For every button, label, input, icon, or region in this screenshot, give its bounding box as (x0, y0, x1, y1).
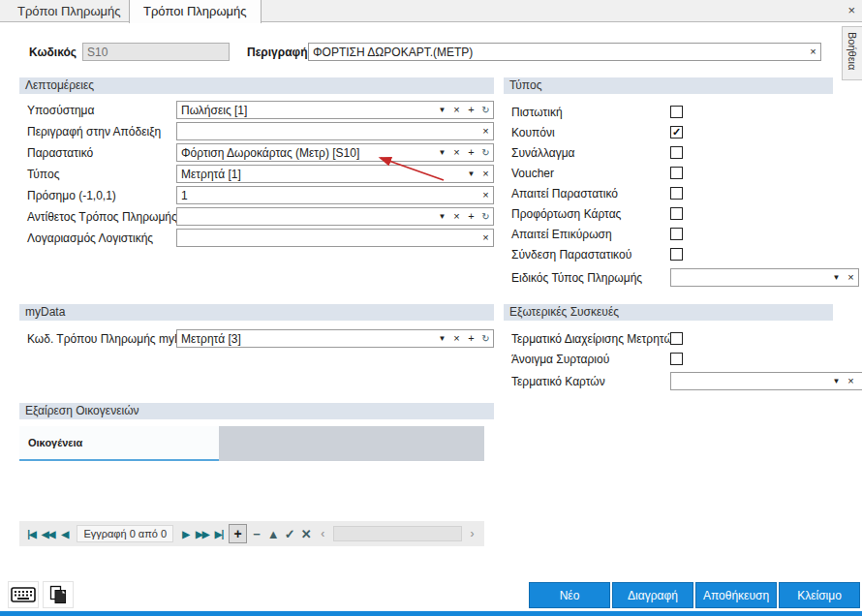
chevron-down-icon[interactable]: ▼ (829, 373, 844, 389)
record-counter: Εγγραφή 0 από 0 (77, 525, 173, 542)
new-button[interactable]: Νέο (529, 582, 610, 608)
clear-icon[interactable]: × (844, 269, 858, 286)
add-icon[interactable]: + (464, 144, 478, 161)
clear-icon[interactable]: × (449, 144, 464, 161)
chevron-down-icon[interactable]: ▼ (435, 102, 449, 118)
coupon-checkbox[interactable]: ✓ (670, 126, 683, 139)
cash-terminal-label: Τερματικό Διαχείρισης Μετρητών (504, 332, 670, 346)
clear-icon[interactable]: × (844, 373, 858, 389)
nav-post-button[interactable]: ✓ (284, 527, 296, 541)
field-row: Ειδικός Τύπος Πληρωμής ▼ × (504, 268, 833, 287)
add-icon[interactable]: + (464, 330, 478, 347)
tab-payment-methods-list[interactable]: Τρόποι Πληρωμής (4, 0, 136, 22)
mydata-payment-code-input[interactable] (177, 331, 435, 347)
voucher-checkbox[interactable] (670, 167, 683, 179)
requires-validation-checkbox[interactable] (670, 228, 683, 240)
details-section-header: Λεπτομέρειες (19, 77, 494, 94)
document-input[interactable] (177, 145, 435, 161)
special-payment-type-field[interactable]: ▼ × (670, 268, 859, 287)
voucher-label: Voucher (504, 167, 670, 180)
clear-icon[interactable]: × (478, 230, 493, 246)
clear-icon[interactable]: × (449, 330, 464, 347)
document-link-checkbox[interactable] (670, 248, 683, 261)
family-column-header[interactable]: Οικογένεια (19, 426, 219, 461)
nav-last-button[interactable]: ▶| (212, 529, 225, 539)
save-button[interactable]: Αποθήκευση (695, 582, 777, 608)
credit-checkbox[interactable] (670, 106, 683, 118)
receipt-description-field[interactable]: × (176, 122, 494, 140)
nav-next-page-button[interactable]: ▶▶ (196, 529, 208, 539)
refresh-icon[interactable]: ↻ (478, 102, 493, 118)
close-button[interactable]: Κλείσιμο (779, 582, 860, 608)
chevron-down-icon[interactable]: ▼ (435, 208, 449, 225)
receipt-description-input[interactable] (177, 124, 478, 139)
nav-cancel-button[interactable]: ✕ (300, 527, 313, 541)
document-field[interactable]: ▼ × + ↻ (176, 143, 494, 162)
card-terminal-input[interactable] (671, 374, 829, 389)
card-preload-checkbox[interactable] (670, 207, 683, 220)
clear-icon[interactable]: × (478, 123, 493, 139)
scroll-right-icon[interactable]: › (466, 527, 478, 540)
close-icon[interactable]: × (847, 3, 855, 17)
checkbox-row: Πιστωτική (504, 102, 833, 122)
checkbox-row: Απαιτεί Επικύρωση (504, 224, 833, 244)
clear-icon[interactable]: × (478, 166, 493, 182)
refresh-icon[interactable]: ↻ (478, 330, 493, 347)
requires-document-checkbox[interactable] (670, 187, 683, 200)
accounting-account-field[interactable]: × (176, 229, 494, 247)
copy-button[interactable] (43, 581, 74, 608)
type-field[interactable]: ▼ × (176, 165, 494, 183)
subsystem-field[interactable]: ▼ × + ↻ (176, 101, 494, 119)
checkbox-row: Άνοιγμα Συρταριού (504, 349, 833, 369)
add-icon[interactable]: + (464, 102, 478, 118)
clear-icon[interactable]: × (478, 187, 493, 203)
add-icon[interactable]: + (464, 208, 478, 225)
accounting-account-input[interactable] (177, 231, 478, 246)
description-label: Περιγραφή (247, 46, 308, 59)
scroll-left-icon[interactable]: ‹ (317, 527, 329, 540)
tab-payment-methods-detail[interactable]: Τρόποι Πληρωμής (129, 0, 262, 23)
chevron-down-icon[interactable]: ▼ (435, 144, 449, 161)
checkbox-row: Κουπόνι ✓ (504, 122, 833, 142)
mydata-section: myData Κωδ. Τρόπου Πληρωμής myData ▼ × +… (19, 304, 494, 351)
clear-icon[interactable]: × (449, 102, 464, 118)
clear-icon[interactable]: × (806, 44, 820, 60)
open-drawer-checkbox[interactable] (670, 353, 683, 365)
checkbox-row: Προφόρτωση Κάρτας (504, 203, 833, 224)
special-payment-type-input[interactable] (671, 270, 829, 286)
sign-field[interactable]: × (176, 186, 494, 204)
card-terminal-label: Τερματικό Καρτών (504, 375, 670, 388)
nav-prev-page-button[interactable]: ◀◀ (42, 529, 54, 539)
cash-terminal-checkbox[interactable] (670, 332, 683, 345)
nav-edit-button[interactable]: ▲ (267, 527, 280, 541)
nav-insert-button[interactable]: + (229, 524, 246, 543)
nav-scrollbar[interactable] (333, 526, 462, 541)
chevron-down-icon[interactable]: ▼ (829, 269, 844, 286)
subsystem-input[interactable] (177, 103, 435, 118)
sign-input[interactable] (177, 188, 478, 203)
mydata-payment-code-field[interactable]: ▼ × + ↻ (176, 329, 494, 348)
refresh-icon[interactable]: ↻ (478, 144, 493, 161)
open-drawer-label: Άνοιγμα Συρταριού (504, 353, 670, 366)
chevron-down-icon[interactable]: ▼ (435, 330, 449, 347)
refresh-icon[interactable]: ↻ (478, 208, 493, 225)
card-terminal-field[interactable]: ▼ × + ↻ (670, 372, 862, 390)
nav-first-button[interactable]: |◀ (25, 529, 38, 539)
keyboard-button[interactable] (8, 581, 39, 608)
nav-next-button[interactable]: ▶ (179, 529, 192, 539)
type-input[interactable] (177, 167, 464, 182)
opposite-payment-field[interactable]: ▼ × + ↻ (176, 207, 494, 226)
card-preload-label: Προφόρτωση Κάρτας (504, 207, 670, 221)
description-field[interactable]: × (308, 43, 821, 61)
nav-delete-button[interactable]: − (251, 527, 263, 541)
chevron-down-icon[interactable]: ▼ (464, 166, 478, 182)
currency-checkbox[interactable] (670, 146, 683, 159)
opposite-payment-input[interactable] (177, 209, 435, 225)
description-input[interactable] (309, 45, 806, 60)
requires-document-label: Απαιτεί Παραστατικό (504, 187, 670, 200)
nav-prev-button[interactable]: ◀ (58, 529, 71, 539)
delete-button[interactable]: Διαγραφή (612, 582, 693, 608)
tab-bar: Τρόποι Πληρωμής Τρόποι Πληρωμής × (0, 0, 862, 22)
add-icon[interactable]: + (858, 373, 862, 389)
clear-icon[interactable]: × (449, 208, 464, 225)
